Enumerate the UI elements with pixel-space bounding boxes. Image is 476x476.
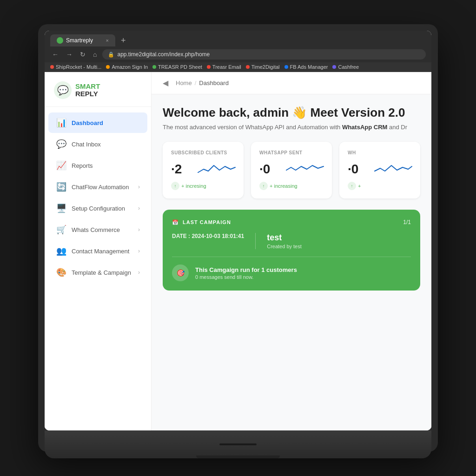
bookmark-label: FB Ads Manager	[290, 64, 328, 70]
laptop-screen: Smartreply × + ← → ↻ ⌂ 🔒 app.time2digita…	[45, 31, 431, 430]
stat-chart-third	[375, 161, 412, 177]
trend-text-sent: + increasing	[270, 183, 298, 189]
home-button[interactable]: ⌂	[91, 50, 99, 59]
campaign-date: DATE : 2024-10-03 18:01:41	[172, 233, 244, 239]
stat-trend-third: ↑ +	[348, 182, 412, 190]
breadcrumb-separator: /	[195, 79, 197, 86]
stats-row: SUBSCRIBED CLIENTS ·2 ↑ + incresing	[163, 142, 420, 198]
campaign-title-row: 📅 LAST CAMPAIGN	[172, 219, 231, 225]
welcome-and: and Dr	[389, 124, 407, 131]
welcome-sub-text: The most advanced version of WhatsApp AP…	[163, 124, 340, 131]
campaign-target-icon: 🎯	[172, 264, 189, 281]
welcome-section: Welcome back, admin 👋 Meet Version 2.0 T…	[163, 106, 420, 131]
bookmark-treasr-pd[interactable]: TREASR PD Sheet	[152, 64, 202, 70]
bookmark-label: Cashfree	[338, 64, 359, 70]
campaign-info: test Created by test	[267, 233, 302, 249]
logo-icon: 💬	[54, 81, 72, 99]
sidebar-item-contact-mgmt[interactable]: 👥 Contact Management ›	[48, 241, 147, 261]
campaign-name: test	[267, 233, 302, 243]
refresh-button[interactable]: ↻	[78, 50, 87, 59]
chevron-icon: ›	[138, 226, 140, 233]
trend-up-icon: ↑	[171, 182, 179, 190]
calendar-icon: 📅	[172, 219, 179, 225]
sidebar-item-dashboard[interactable]: 📊 Dashboard	[48, 112, 147, 133]
stat-value-third: ·0	[348, 162, 358, 177]
stat-value-row-sent: ·0	[259, 161, 324, 177]
campaign-pagination: 1/1	[403, 219, 411, 225]
stat-card-third: WH ·0 ↑ +	[339, 142, 420, 198]
url-text: app.time2digital.com/index.php/home	[117, 51, 210, 58]
chevron-icon: ›	[138, 184, 140, 190]
back-button[interactable]: ←	[50, 50, 60, 59]
sidebar-label-template: Template & Campaign	[72, 269, 131, 276]
campaign-divider	[255, 233, 256, 249]
stat-label-subscribed: SUBSCRIBED CLIENTS	[171, 150, 235, 155]
chevron-icon: ›	[138, 205, 140, 212]
contact-mgmt-icon: 👥	[56, 245, 67, 257]
trend-up-icon-sent: ↑	[259, 182, 268, 190]
tab-close-button[interactable]: ×	[106, 38, 109, 43]
breadcrumb-home[interactable]: Home	[176, 79, 192, 86]
bookmark-amazon[interactable]: Amazon Sign In	[106, 64, 148, 70]
trend-text-subscribed: + incresing	[181, 183, 206, 189]
sidebar-item-chat-inbox[interactable]: 💬 Chat Inbox	[48, 134, 147, 154]
stat-label-third: WH	[348, 150, 412, 155]
sidebar-label-chat-inbox: Chat Inbox	[72, 141, 101, 148]
bookmark-treasr-email[interactable]: Treasr Email	[207, 64, 241, 70]
breadcrumb-current: Dashboard	[199, 79, 229, 86]
sidebar-label-whats-commerce: Whats Commerce	[72, 226, 120, 233]
bookmarks-bar: ShipRocket - Multi... Amazon Sign In TRE…	[45, 62, 431, 72]
logo-area: 💬 SMARTREPLY	[45, 72, 151, 107]
stat-label-sent: WHATSAPP SENT	[259, 150, 324, 155]
browser-tabbar: Smartreply × +	[45, 31, 431, 46]
campaign-stat-text: This Camgaign run for 1 customers	[195, 266, 297, 273]
sidebar: 💬 SMARTREPLY 📊 Dashboard 💬 Chat Inbox	[45, 72, 152, 430]
campaign-stats: 🎯 This Camgaign run for 1 customers 0 me…	[172, 264, 411, 281]
laptop-base	[45, 430, 431, 458]
sidebar-item-reports[interactable]: 📈 Reports	[48, 155, 147, 176]
app-content: 💬 SMARTREPLY 📊 Dashboard 💬 Chat Inbox	[45, 72, 431, 430]
campaign-section-label: LAST CAMPAIGN	[183, 219, 231, 225]
secure-icon: 🔒	[108, 52, 114, 58]
trend-up-icon-third: ↑	[348, 182, 356, 190]
sidebar-item-setup[interactable]: 🖥️ Setup Configuration ›	[48, 198, 147, 218]
welcome-highlight1: WhatsApp CRM	[342, 124, 388, 131]
stat-value-subscribed: ·2	[171, 162, 182, 177]
collapse-sidebar-button[interactable]: ◀	[163, 79, 168, 87]
template-icon: 🎨	[56, 267, 67, 278]
setup-icon: 🖥️	[56, 203, 67, 214]
stat-value-row-third: ·0	[348, 161, 412, 177]
forward-button[interactable]: →	[64, 50, 74, 59]
target-icon: 🎯	[177, 269, 185, 277]
main-content: ◀ Home / Dashboard Welcome back, admin 👋…	[152, 72, 431, 430]
browser-tab-active[interactable]: Smartreply ×	[50, 34, 115, 46]
browser-chrome: Smartreply × + ← → ↻ ⌂ 🔒 app.time2digita…	[45, 31, 431, 72]
laptop-frame: Smartreply × + ← → ↻ ⌂ 🔒 app.time2digita…	[38, 24, 438, 452]
bookmark-time2digital[interactable]: Time2Digital	[246, 64, 280, 70]
stat-chart-sent	[286, 161, 324, 177]
address-bar[interactable]: 🔒 app.time2digital.com/index.php/home	[102, 49, 426, 60]
bookmark-label: TREASR PD Sheet	[158, 64, 202, 70]
laptop-notch	[219, 443, 257, 445]
chevron-icon: ›	[138, 269, 140, 276]
sidebar-label-contact-mgmt: Contact Management	[72, 248, 129, 255]
bookmark-label: ShipRocket - Multi...	[56, 64, 101, 70]
bookmark-cashfree[interactable]: Cashfree	[332, 64, 359, 70]
main-body: Welcome back, admin 👋 Meet Version 2.0 T…	[152, 94, 431, 302]
reports-icon: 📈	[56, 160, 67, 171]
sidebar-item-chatflow[interactable]: 🔄 ChatFlow Automation ›	[48, 177, 147, 197]
new-tab-button[interactable]: +	[117, 36, 130, 46]
campaign-creator: Created by test	[267, 244, 302, 249]
sidebar-item-whats-commerce[interactable]: 🛒 Whats Commerce ›	[48, 219, 147, 240]
bookmark-shiprocket[interactable]: ShipRocket - Multi...	[50, 64, 101, 70]
chatflow-icon: 🔄	[56, 181, 67, 192]
bookmark-dot	[246, 65, 250, 69]
chevron-icon: ›	[138, 248, 140, 254]
chat-inbox-icon: 💬	[56, 139, 67, 150]
campaign-date-text: DATE : 2024-10-03 18:01:41	[172, 233, 244, 239]
sidebar-item-template[interactable]: 🎨 Template & Campaign ›	[48, 262, 147, 283]
whats-commerce-icon: 🛒	[56, 224, 67, 235]
sidebar-label-chatflow: ChatFlow Automation	[72, 184, 129, 191]
bookmark-dot	[284, 65, 288, 69]
bookmark-fb-ads[interactable]: FB Ads Manager	[284, 64, 328, 70]
